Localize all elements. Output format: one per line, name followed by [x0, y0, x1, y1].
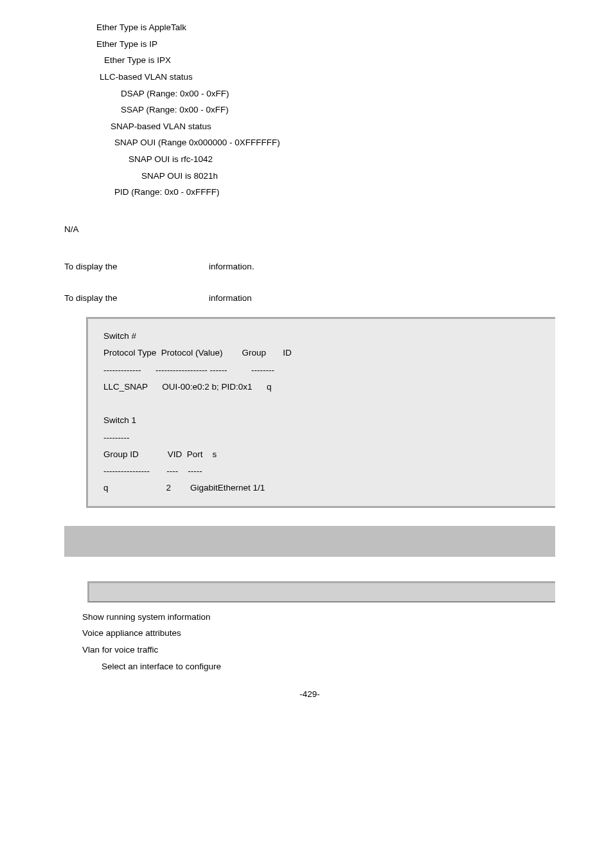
line-snap-rfc1042: SNAP OUI is rfc-1042: [129, 151, 555, 168]
grey-banner-2: [87, 581, 555, 602]
out-header1: Protocol Type Protocol (Value) Group ID: [103, 345, 544, 361]
display1-prefix: To display the: [64, 262, 118, 271]
out-divider3: ---------------- ---- -----: [103, 463, 544, 480]
cmd-vlan: Vlan for voice traffic: [82, 642, 555, 658]
out-switch1: Switch 1: [103, 412, 544, 429]
line-ssap: SSAP (Range: 0x00 - 0xFF): [121, 102, 555, 118]
line-dsap: DSAP (Range: 0x00 - 0xFF): [121, 86, 555, 102]
out-row-q: q 2 GigabitEthernet 1/1: [103, 480, 544, 496]
display1-suffix: information.: [209, 262, 254, 271]
line-ether-ipx: Ether Type is IPX: [104, 52, 555, 69]
display-sentence-2: To display the information: [64, 290, 555, 307]
out-header2: Group ID VID Port s: [103, 446, 544, 463]
na-text: N/A: [64, 221, 555, 238]
grey-banner-1: [64, 526, 555, 557]
line-snap-8021h: SNAP OUI is 8021h: [141, 168, 555, 185]
line-llc-status: LLC-based VLAN status: [100, 69, 555, 86]
cmd-select-iface: Select an interface to configure: [102, 658, 555, 675]
line-pid: PID (Range: 0x0 - 0xFFFF): [114, 184, 555, 201]
out-switch-hash: Switch #: [103, 328, 544, 345]
display2-prefix: To display the: [64, 293, 118, 303]
line-snap-status: SNAP-based VLAN status: [111, 118, 555, 135]
cmd-voice: Voice appliance attributes: [82, 625, 555, 642]
out-divider1: ------------- ------------------ ------ …: [103, 362, 544, 379]
line-ether-appletalk: Ether Type is AppleTalk: [96, 19, 555, 36]
display2-suffix: information: [209, 293, 252, 303]
line-snap-oui-range: SNAP OUI (Range 0x000000 - 0XFFFFFF): [114, 134, 555, 151]
out-divider2: ---------: [103, 429, 544, 446]
cmd-show: Show running system information: [82, 609, 555, 626]
terminal-output: Switch # Protocol Type Protocol (Value) …: [86, 317, 555, 508]
page-number: -429-: [64, 686, 555, 703]
display-sentence-1: To display the information.: [64, 258, 555, 275]
out-row-llcsnap: LLC_SNAP OUI-00:e0:2 b; PID:0x1 q: [103, 379, 544, 395]
line-ether-ip: Ether Type is IP: [96, 36, 555, 53]
